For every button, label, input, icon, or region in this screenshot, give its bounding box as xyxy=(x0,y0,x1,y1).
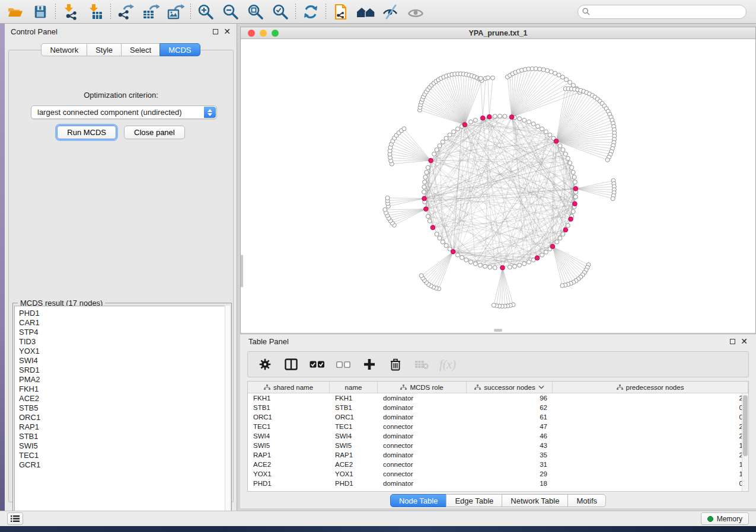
cell-mcds-role[interactable]: connector xyxy=(378,423,467,430)
column-header-name[interactable]: name xyxy=(330,382,378,393)
mcds-result-item[interactable]: PHD1 xyxy=(19,309,228,318)
mcds-node[interactable] xyxy=(451,249,455,254)
network-node[interactable] xyxy=(441,240,445,244)
network-node[interactable] xyxy=(568,80,572,84)
cell-name[interactable]: SWI5 xyxy=(330,442,378,449)
import-network-icon[interactable] xyxy=(60,2,81,22)
mcds-node[interactable] xyxy=(550,244,555,249)
cell-name[interactable]: YOX1 xyxy=(330,470,378,477)
network-node[interactable] xyxy=(560,284,564,288)
cell-mcds-role[interactable]: dominator xyxy=(378,480,467,487)
cell-successor-nodes[interactable]: 43 xyxy=(467,442,553,449)
table-row[interactable]: YOX1YOX1connector291 xyxy=(248,469,748,479)
column-header-mcds-role[interactable]: MCDS role xyxy=(378,382,467,393)
cell-successor-nodes[interactable]: 61 xyxy=(467,414,553,421)
cell-successor-nodes[interactable]: 46 xyxy=(467,432,553,440)
mcds-node[interactable] xyxy=(487,114,492,119)
new-network-from-selection-icon[interactable] xyxy=(330,2,352,22)
cell-predecessor-nodes[interactable]: 0 xyxy=(553,414,748,421)
export-table-icon[interactable] xyxy=(140,2,161,22)
maximize-window-light[interactable] xyxy=(272,30,279,37)
network-node[interactable] xyxy=(422,190,426,194)
mcds-node[interactable] xyxy=(422,196,427,201)
add-column-icon[interactable] xyxy=(361,355,378,373)
mcds-result-scrollbar[interactable] xyxy=(225,306,230,521)
network-node[interactable] xyxy=(548,133,552,137)
network-node[interactable] xyxy=(568,161,572,165)
table-row[interactable]: RAP1RAP1dominator352 xyxy=(248,450,748,460)
cell-successor-nodes[interactable]: 31 xyxy=(467,461,553,468)
network-node[interactable] xyxy=(561,148,565,152)
mcds-result-item[interactable]: STB5 xyxy=(19,403,228,413)
mcds-result-item[interactable]: GCR1 xyxy=(19,460,228,470)
network-node[interactable] xyxy=(546,69,550,73)
cell-shared-name[interactable]: RAP1 xyxy=(248,451,330,459)
network-node[interactable] xyxy=(492,303,496,307)
cell-predecessor-nodes[interactable]: 1 xyxy=(553,442,748,449)
close-window-light[interactable] xyxy=(248,30,255,37)
optimization-criterion-select[interactable]: largest connected component (undirected) xyxy=(31,105,217,119)
network-node[interactable] xyxy=(536,124,540,129)
cell-shared-name[interactable]: ORC1 xyxy=(248,414,330,421)
export-network-icon[interactable] xyxy=(115,2,136,22)
network-node[interactable] xyxy=(571,170,575,174)
mcds-node[interactable] xyxy=(500,265,505,270)
close-panel-icon[interactable]: ✕ xyxy=(224,29,231,34)
network-node[interactable] xyxy=(549,70,553,74)
network-graph[interactable] xyxy=(241,39,755,333)
table-row[interactable]: SWI4SWI4dominator462 xyxy=(248,431,748,441)
network-node[interactable] xyxy=(423,180,427,184)
network-node[interactable] xyxy=(438,236,442,240)
network-node[interactable] xyxy=(464,258,468,262)
mcds-node[interactable] xyxy=(554,139,559,144)
network-node[interactable] xyxy=(540,127,544,131)
mcds-result-list[interactable]: PHD1CAR1STP4TID3YOX1SWI4SRD1PMA2FKH1ACE2… xyxy=(14,306,230,521)
settings-gear-icon[interactable] xyxy=(256,355,274,373)
cell-mcds-role[interactable]: dominator xyxy=(378,432,467,440)
network-node[interactable] xyxy=(383,207,387,211)
mcds-node[interactable] xyxy=(430,225,435,230)
cell-mcds-role[interactable]: dominator xyxy=(378,414,467,421)
network-node[interactable] xyxy=(432,152,436,156)
apply-layout-icon[interactable] xyxy=(300,2,321,22)
network-node[interactable] xyxy=(555,240,559,244)
network-node[interactable] xyxy=(419,274,423,278)
network-node[interactable] xyxy=(557,73,561,77)
cell-predecessor-nodes[interactable]: 0 xyxy=(553,404,748,411)
cell-successor-nodes[interactable]: 62 xyxy=(467,404,553,411)
mcds-result-item[interactable]: RAP1 xyxy=(19,422,228,432)
cell-name[interactable]: SWI4 xyxy=(330,432,378,440)
table-row[interactable]: SWI5SWI5connector431 xyxy=(248,441,748,450)
float-table-panel-icon[interactable] xyxy=(730,339,735,344)
mcds-node[interactable] xyxy=(429,158,433,163)
cell-name[interactable]: PHD1 xyxy=(330,480,378,487)
close-table-panel-icon[interactable]: ✕ xyxy=(741,339,748,344)
network-node[interactable] xyxy=(512,264,516,268)
cell-shared-name[interactable]: YOX1 xyxy=(248,470,330,477)
network-node[interactable] xyxy=(564,78,569,82)
network-node[interactable] xyxy=(560,75,564,79)
tab-select[interactable]: Select xyxy=(121,43,160,56)
network-node[interactable] xyxy=(503,114,507,118)
hide-selected-icon[interactable] xyxy=(380,2,401,22)
mcds-result-item[interactable]: SRD1 xyxy=(19,366,228,375)
network-node[interactable] xyxy=(498,114,502,118)
cell-name[interactable]: FKH1 xyxy=(330,395,378,402)
network-node[interactable] xyxy=(448,133,452,137)
network-node[interactable] xyxy=(452,130,456,134)
column-header-predecessor-nodes[interactable]: predecessor nodes xyxy=(553,382,748,393)
cell-shared-name[interactable]: STB1 xyxy=(248,404,330,411)
table-scrollbar-thumb[interactable] xyxy=(743,395,748,456)
mcds-node[interactable] xyxy=(569,217,573,222)
cell-shared-name[interactable]: FKH1 xyxy=(248,395,330,402)
network-node[interactable] xyxy=(522,262,527,266)
network-node[interactable] xyxy=(444,136,448,140)
network-node[interactable] xyxy=(490,76,495,80)
zoom-fit-icon[interactable] xyxy=(245,2,266,22)
network-node[interactable] xyxy=(561,232,565,236)
network-node[interactable] xyxy=(426,214,430,219)
network-node[interactable] xyxy=(455,127,460,131)
cell-name[interactable]: STB1 xyxy=(330,404,378,411)
cell-successor-nodes[interactable]: 47 xyxy=(467,423,553,430)
table-row[interactable]: ORC1ORC1dominator610 xyxy=(248,412,748,422)
